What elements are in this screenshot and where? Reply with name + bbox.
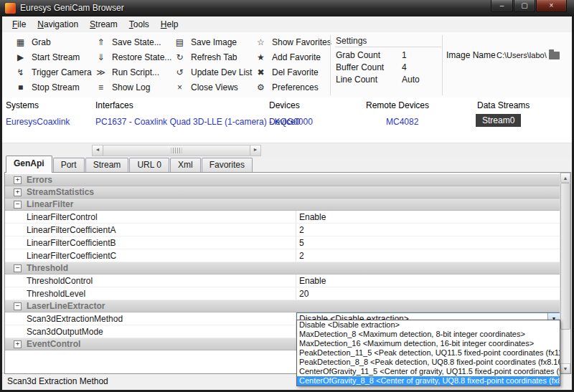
- property-value[interactable]: 2: [296, 224, 560, 236]
- dropdown-item-selected[interactable]: CenterOfGravity_8_8 <Center of gravity, …: [297, 376, 560, 386]
- save-state-button[interactable]: ⇑Save State...: [93, 36, 174, 49]
- dropdown-item[interactable]: PeakDetection_8_8 <Peak detection, UQ8.8…: [297, 358, 560, 367]
- menu-file[interactable]: File: [6, 17, 32, 32]
- log-icon: ≡: [95, 82, 106, 92]
- header-systems: Systems: [6, 100, 39, 110]
- start-stream-button[interactable]: ▶Start Stream: [12, 51, 95, 64]
- topology-panel: Systems Interfaces Devices Remote Device…: [2, 97, 572, 143]
- collapse-icon[interactable]: −: [14, 201, 22, 209]
- minimize-icon: –: [500, 1, 504, 9]
- line-count-value[interactable]: Auto: [402, 75, 420, 85]
- property-row-linearfiltercoefficienta[interactable]: LinearFilterCoefficientA2: [5, 224, 560, 236]
- property-value[interactable]: Enable: [296, 274, 560, 287]
- grab-count-value[interactable]: 1: [402, 50, 407, 60]
- tab-genapi[interactable]: GenApi: [6, 156, 52, 173]
- tab-xml[interactable]: Xml: [170, 158, 201, 172]
- property-row-thresholdcontrol[interactable]: ThresholdControlEnable: [5, 274, 560, 287]
- tab-favorites[interactable]: Favorites: [202, 158, 253, 172]
- status-text: Scan3d Extraction Method: [7, 376, 108, 386]
- show-log-button[interactable]: ≡Show Log: [93, 81, 174, 94]
- minimize-button[interactable]: –: [491, 0, 513, 12]
- del-favorite-button[interactable]: ✖Del Favorite: [253, 66, 334, 79]
- scroll-up-arrow-icon[interactable]: ▲: [560, 173, 570, 183]
- update-dev-list-button[interactable]: ↺Update Dev List: [171, 66, 255, 79]
- trigger-camera-button[interactable]: ↯Trigger Camera: [12, 66, 95, 79]
- grab-button[interactable]: ▦Grab: [12, 36, 95, 49]
- property-row-linearfiltercoefficientb[interactable]: LinearFilterCoefficientB5: [5, 236, 560, 249]
- show-favorites-button[interactable]: ☆Show Favorites: [253, 36, 334, 49]
- property-name: Scan3dOutputMode: [5, 325, 296, 338]
- menu-navigation[interactable]: Navigation: [32, 17, 84, 32]
- expand-icon[interactable]: +: [14, 188, 22, 196]
- expand-icon[interactable]: +: [14, 176, 22, 184]
- property-row-thresholdlevel[interactable]: ThresholdLevel20: [5, 287, 560, 300]
- group-row-streamstatistics[interactable]: +StreamStatistics: [5, 186, 560, 199]
- collapse-icon[interactable]: −: [14, 264, 22, 272]
- dropdown-item[interactable]: MaxDetection_8 <Maximum detection, 8-bit…: [297, 330, 560, 339]
- horizontal-scrollbar[interactable]: ◄ ►: [92, 145, 261, 156]
- group-row-laserlineextractor[interactable]: −LaserLineExtractor: [5, 300, 560, 312]
- menu-stream[interactable]: Stream: [84, 17, 123, 32]
- property-row-linearfiltercoefficientc[interactable]: LinearFilterCoefficientC2: [5, 249, 560, 262]
- tab-stream[interactable]: Stream: [85, 158, 129, 172]
- dropdown-item[interactable]: CenterOfGravity_11_5 <Center of gravity,…: [297, 367, 560, 376]
- preferences-button[interactable]: ⚙Preferences: [253, 81, 334, 94]
- toolbar-separator: [330, 35, 331, 95]
- play-icon: ▶: [15, 52, 26, 62]
- refresh-icon: ↻: [174, 52, 185, 62]
- property-name: ThresholdLevel: [5, 287, 296, 300]
- property-name: LinearFilterControl: [5, 211, 296, 223]
- remote-device-link[interactable]: MC4082: [386, 117, 418, 127]
- header-devices: Devices: [269, 100, 300, 110]
- group-row-errors[interactable]: +Errors: [5, 174, 560, 186]
- folder-icon[interactable]: [549, 52, 560, 59]
- scroll-down-arrow-icon[interactable]: ▼: [560, 363, 570, 373]
- property-value[interactable]: 20: [296, 287, 560, 300]
- refresh-tab-button[interactable]: ↻Refresh Tab: [171, 51, 255, 64]
- scroll-right-arrow-icon[interactable]: ►: [250, 145, 260, 156]
- menu-help[interactable]: Help: [155, 17, 184, 32]
- menu-tools[interactable]: Tools: [123, 17, 155, 32]
- dropdown-item[interactable]: PeakDetection_11_5 <Peak detection, UQ11…: [297, 348, 560, 358]
- property-value[interactable]: Enable: [296, 211, 560, 223]
- header-data-streams: Data Streams: [477, 100, 530, 110]
- dropdown-item[interactable]: Disable <Disable extraction>: [297, 320, 560, 330]
- buffer-count-value[interactable]: 4: [402, 62, 407, 72]
- restore-state-button[interactable]: ⇓Restore State...: [93, 51, 174, 64]
- property-value[interactable]: 5: [296, 236, 560, 249]
- property-value[interactable]: 2: [296, 249, 560, 262]
- group-label: Errors: [27, 175, 52, 185]
- settings-title: Settings: [336, 36, 367, 46]
- add-favorite-button[interactable]: ★Add Favorite: [253, 51, 334, 64]
- property-name: Scan3dExtractionMethod: [5, 312, 296, 325]
- property-name: ThresholdControl: [5, 274, 296, 287]
- image-name-field[interactable]: C:\Users\labo\ima: [497, 51, 547, 59]
- property-row-linearfiltercontrol[interactable]: LinearFilterControlEnable: [5, 211, 560, 224]
- save-image-button[interactable]: ▤Save Image: [171, 36, 255, 49]
- system-link[interactable]: EuresysCoaxlink: [6, 117, 70, 127]
- vertical-scrollbar[interactable]: ▲ ▼: [560, 173, 570, 373]
- extraction-method-dropdown: Disable <Disable extraction> MaxDetectio…: [296, 320, 560, 386]
- hscroll-thumb[interactable]: [103, 145, 250, 156]
- collapse-icon[interactable]: −: [14, 302, 22, 310]
- stop-stream-button[interactable]: ■Stop Stream: [12, 81, 95, 94]
- tab-port[interactable]: Port: [53, 158, 85, 172]
- run-script-button[interactable]: ≫Run Script...: [93, 66, 174, 79]
- group-row-linearfilter[interactable]: −LinearFilter: [5, 199, 560, 211]
- group-row-threshold[interactable]: −Threshold: [5, 262, 560, 274]
- dropdown-item[interactable]: MaxDetection_16 <Maximum detection, 16-b…: [297, 339, 560, 348]
- app-window: Euresys GeniCam Browser – ▢ × File Navig…: [0, 0, 574, 392]
- close-views-button[interactable]: ×Close Views: [171, 81, 255, 94]
- vscroll-thumb[interactable]: [560, 183, 570, 330]
- app-icon[interactable]: [5, 3, 16, 14]
- data-stream-selected[interactable]: Stream0: [476, 114, 521, 127]
- grab-count-label: Grab Count: [336, 50, 380, 60]
- maximize-button[interactable]: ▢: [514, 0, 535, 12]
- device-link[interactable]: Device0: [269, 117, 300, 127]
- expand-icon[interactable]: +: [14, 340, 22, 348]
- close-button[interactable]: ×: [536, 0, 567, 12]
- scroll-left-arrow-icon[interactable]: ◄: [93, 145, 103, 156]
- tab-url0[interactable]: URL 0: [129, 158, 169, 172]
- hscroll-band: ◄ ►: [2, 143, 572, 157]
- header-interfaces: Interfaces: [95, 100, 133, 110]
